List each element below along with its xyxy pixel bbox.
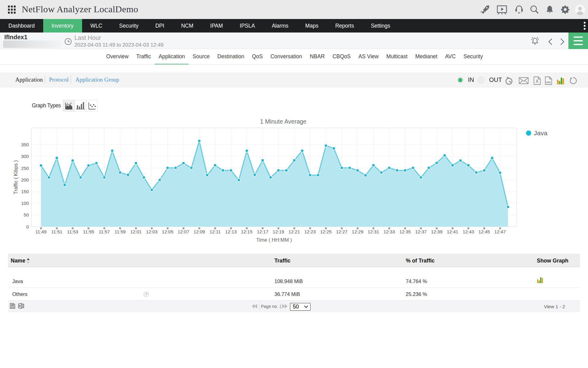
- svg-text:12:03: 12:03: [146, 229, 158, 234]
- svg-text:1 Minute Average: 1 Minute Average: [260, 118, 306, 125]
- svg-text:12:23: 12:23: [304, 229, 316, 234]
- svg-text:11:59: 11:59: [115, 229, 126, 234]
- svg-text:12:13: 12:13: [225, 229, 237, 234]
- svg-text:12:05: 12:05: [162, 229, 174, 234]
- svg-text:250: 250: [21, 166, 29, 171]
- svg-text:12:07: 12:07: [178, 229, 189, 234]
- svg-text:12:01: 12:01: [130, 229, 142, 234]
- svg-text:12:09: 12:09: [194, 229, 205, 234]
- svg-text:11:51: 11:51: [51, 229, 62, 234]
- svg-text:12:43: 12:43: [463, 229, 474, 234]
- svg-text:12:27: 12:27: [336, 229, 348, 234]
- svg-text:11:53: 11:53: [67, 229, 78, 234]
- svg-text:12:45: 12:45: [478, 229, 490, 234]
- svg-text:11:55: 11:55: [83, 229, 94, 234]
- svg-text:12:33: 12:33: [383, 229, 395, 234]
- svg-text:Time ( HH:MM ): Time ( HH:MM ): [256, 237, 292, 243]
- svg-text:?: ?: [145, 293, 147, 296]
- svg-text:12:47: 12:47: [494, 229, 506, 234]
- svg-text:12:25: 12:25: [320, 229, 332, 234]
- svg-text:12:41: 12:41: [447, 229, 458, 234]
- svg-text:12:35: 12:35: [399, 229, 411, 234]
- svg-text:50: 50: [24, 212, 29, 217]
- svg-text:Traffic ( Kibps ): Traffic ( Kibps ): [13, 160, 18, 194]
- svg-text:350: 350: [21, 142, 29, 147]
- svg-text:12:19: 12:19: [273, 229, 284, 234]
- svg-text:12:15: 12:15: [241, 229, 253, 234]
- svg-text:0: 0: [26, 224, 29, 229]
- svg-text:100: 100: [21, 201, 29, 206]
- svg-text:12:31: 12:31: [368, 229, 379, 234]
- svg-text:11:49: 11:49: [36, 229, 47, 234]
- svg-text:CSV: CSV: [546, 81, 551, 84]
- svg-text:12:17: 12:17: [257, 229, 269, 234]
- svg-text:Java: Java: [534, 129, 548, 136]
- svg-text:200: 200: [21, 177, 29, 182]
- svg-text:150: 150: [21, 189, 29, 194]
- svg-text:12:37: 12:37: [415, 229, 427, 234]
- svg-text:300: 300: [21, 154, 29, 159]
- svg-text:12:29: 12:29: [352, 229, 364, 234]
- svg-text:12:11: 12:11: [209, 229, 221, 234]
- svg-text:12:39: 12:39: [431, 229, 443, 234]
- svg-text:12:21: 12:21: [288, 229, 300, 234]
- svg-text:11:57: 11:57: [99, 229, 110, 234]
